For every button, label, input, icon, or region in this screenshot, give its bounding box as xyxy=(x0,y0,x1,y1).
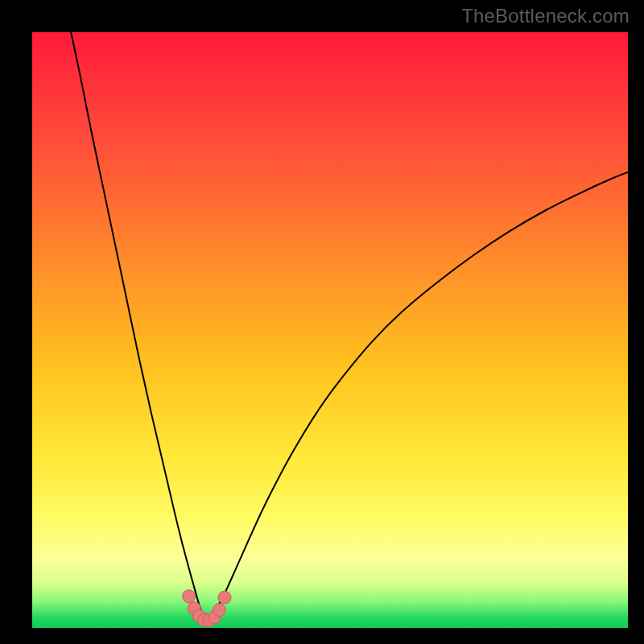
curve-right-branch xyxy=(212,172,628,617)
curve-layer xyxy=(32,32,628,628)
curve-left-branch xyxy=(71,32,204,617)
valley-marker xyxy=(183,590,196,603)
watermark-text: TheBottleneck.com xyxy=(461,5,630,27)
valley-marker xyxy=(218,591,231,604)
valley-marker xyxy=(213,604,225,617)
outer-frame: TheBottleneck.com xyxy=(0,0,644,644)
plot-area xyxy=(32,32,628,628)
valley-markers xyxy=(183,590,231,627)
